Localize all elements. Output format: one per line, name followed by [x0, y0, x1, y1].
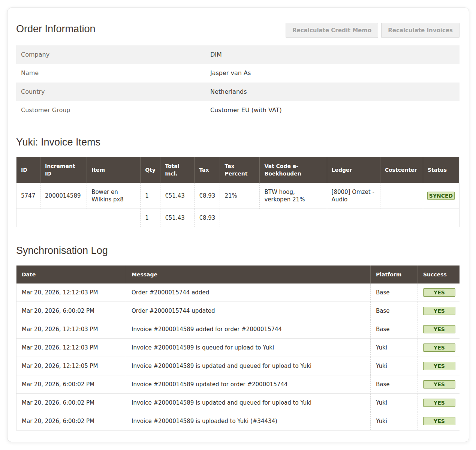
invoice-column-header: Qty	[140, 157, 160, 183]
invoice-cell-vat-code: BTW hoog, verkopen 21%	[259, 183, 326, 209]
order-info-label: Company	[16, 45, 205, 64]
invoice-items-title: Yuki: Invoice Items	[16, 136, 460, 148]
invoice-item-row: 57472000014589Bower en Wilkins px81€51.4…	[16, 183, 459, 209]
sync-cell-platform: Base	[370, 320, 418, 339]
invoice-totals-qty: 1	[140, 209, 160, 227]
sync-cell-date: Mar 20, 2026, 12:12:03 PM	[16, 339, 126, 357]
invoice-cell-item: Bower en Wilkins px8	[87, 183, 140, 209]
invoice-column-header: Item	[87, 157, 140, 183]
sync-cell-success: YES	[418, 394, 460, 412]
sync-column-header: Message	[126, 266, 370, 284]
sync-cell-platform: Base	[370, 375, 418, 394]
sync-cell-platform: Base	[370, 302, 418, 320]
invoice-items-table: IDIncrement IDItemQtyTotal Incl.TaxTax P…	[16, 157, 460, 227]
invoice-column-header: Tax Percent	[220, 157, 259, 183]
sync-cell-message: Order #2000015744 updated	[126, 302, 370, 320]
sync-cell-date: Mar 20, 2026, 12:12:03 PM	[16, 284, 126, 302]
sync-log-row: Mar 20, 2026, 6:00:02 PMInvoice #2000014…	[16, 412, 460, 430]
invoice-cell-status: SYNCED	[423, 183, 459, 209]
sync-log-row: Mar 20, 2026, 12:12:03 PMInvoice #200001…	[16, 339, 460, 357]
sync-log-row: Mar 20, 2026, 12:12:03 PMInvoice #200001…	[16, 320, 460, 339]
header-buttons: Recalculate Credit Memo Recalculate Invo…	[286, 23, 460, 38]
order-info-value: DIM	[205, 45, 460, 64]
sync-cell-success: YES	[418, 320, 460, 339]
invoice-cell-costcenter	[380, 183, 423, 209]
order-info-label: Name	[16, 64, 205, 83]
order-info-label: Customer Group	[16, 101, 205, 120]
invoice-cell-tax-percent: 21%	[220, 183, 259, 209]
sync-cell-success: YES	[418, 302, 460, 320]
sync-cell-platform: Yuki	[370, 394, 418, 412]
sync-cell-platform: Yuki	[370, 339, 418, 357]
sync-cell-platform: Yuki	[370, 357, 418, 375]
success-badge: YES	[423, 325, 455, 333]
sync-log-row: Mar 20, 2026, 6:00:02 PMOrder #200001574…	[16, 302, 460, 320]
sync-cell-date: Mar 20, 2026, 6:00:02 PM	[16, 394, 126, 412]
sync-cell-success: YES	[418, 339, 460, 357]
sync-cell-message: Invoice #2000014589 is updated and queue…	[126, 357, 370, 375]
invoice-items-section: Yuki: Invoice Items IDIncrement IDItemQt…	[16, 136, 460, 227]
invoice-column-header: Vat Code e-Boekhouden	[259, 157, 326, 183]
order-information-table: CompanyDIMNameJasper van AsCountryNether…	[16, 45, 460, 120]
order-info-row: CompanyDIM	[16, 45, 460, 64]
success-badge: YES	[423, 399, 455, 407]
sync-log-row: Mar 20, 2026, 6:00:02 PMInvoice #2000014…	[16, 394, 460, 412]
invoice-column-header: Costcenter	[380, 157, 423, 183]
recalculate-credit-memo-button[interactable]: Recalculate Credit Memo	[286, 23, 378, 38]
invoice-totals-tax: €8.93	[194, 209, 220, 227]
success-badge: YES	[423, 344, 455, 352]
invoice-totals-trailing-cell	[220, 209, 459, 227]
invoice-column-header: Ledger	[327, 157, 380, 183]
status-badge: SYNCED	[427, 192, 455, 200]
sync-cell-date: Mar 20, 2026, 6:00:02 PM	[16, 375, 126, 394]
sync-cell-message: Order #2000015744 added	[126, 284, 370, 302]
page-header: Order Information Recalculate Credit Mem…	[16, 8, 460, 34]
order-info-row: NameJasper van As	[16, 64, 460, 83]
invoice-cell-id: 5747	[16, 183, 40, 209]
synchronisation-log-section: Synchronisation Log DateMessagePlatformS…	[16, 245, 460, 430]
success-badge: YES	[423, 307, 455, 315]
sync-cell-success: YES	[418, 284, 460, 302]
sync-column-header: Success	[418, 266, 460, 284]
sync-cell-message: Invoice #2000014589 is updated and queue…	[126, 394, 370, 412]
invoice-cell-qty: 1	[140, 183, 160, 209]
sync-column-header: Date	[16, 266, 126, 284]
sync-cell-success: YES	[418, 412, 460, 430]
sync-cell-platform: Yuki	[370, 412, 418, 430]
sync-cell-date: Mar 20, 2026, 12:12:03 PM	[16, 320, 126, 339]
order-info-value: Jasper van As	[205, 64, 460, 83]
sync-cell-date: Mar 20, 2026, 12:12:05 PM	[16, 357, 126, 375]
order-info-row: CountryNetherlands	[16, 82, 460, 101]
success-badge: YES	[423, 417, 455, 425]
invoice-cell-total-incl: €51.43	[160, 183, 194, 209]
invoice-column-header: Increment ID	[40, 157, 87, 183]
recalculate-invoices-button[interactable]: Recalculate Invoices	[381, 23, 460, 38]
synchronisation-log-title: Synchronisation Log	[16, 245, 460, 256]
invoice-totals-total-incl: €51.43	[160, 209, 194, 227]
sync-cell-success: YES	[418, 357, 460, 375]
sync-log-row: Mar 20, 2026, 6:00:02 PMInvoice #2000014…	[16, 375, 460, 394]
invoice-cell-ledger: [8000] Omzet - Audio	[327, 183, 380, 209]
invoice-column-header: Status	[423, 157, 459, 183]
invoice-column-header: Tax	[194, 157, 220, 183]
sync-cell-platform: Base	[370, 284, 418, 302]
order-info-row: Customer GroupCustomer EU (with VAT)	[16, 101, 460, 120]
invoice-column-header: Total Incl.	[160, 157, 194, 183]
success-badge: YES	[423, 380, 455, 388]
sync-cell-date: Mar 20, 2026, 6:00:02 PM	[16, 302, 126, 320]
sync-table-header-row: DateMessagePlatformSuccess	[16, 266, 460, 284]
sync-cell-message: Invoice #2000014589 is uploaded to Yuki …	[126, 412, 370, 430]
order-info-value: Customer EU (with VAT)	[205, 101, 460, 120]
synchronisation-log-table: DateMessagePlatformSuccess Mar 20, 2026,…	[16, 266, 460, 430]
order-info-label: Country	[16, 82, 205, 101]
invoice-cell-increment-id: 2000014589	[40, 183, 87, 209]
sync-cell-message: Invoice #2000014589 is queued for upload…	[126, 339, 370, 357]
sync-log-row: Mar 20, 2026, 12:12:05 PMInvoice #200001…	[16, 357, 460, 375]
order-info-value: Netherlands	[205, 82, 460, 101]
invoice-table-header-row: IDIncrement IDItemQtyTotal Incl.TaxTax P…	[16, 157, 459, 183]
invoice-column-header: ID	[16, 157, 40, 183]
sync-cell-date: Mar 20, 2026, 6:00:02 PM	[16, 412, 126, 430]
sync-cell-message: Invoice #2000014589 added for order #200…	[126, 320, 370, 339]
invoice-cell-tax: €8.93	[194, 183, 220, 209]
invoice-totals-empty-cell	[16, 209, 140, 227]
